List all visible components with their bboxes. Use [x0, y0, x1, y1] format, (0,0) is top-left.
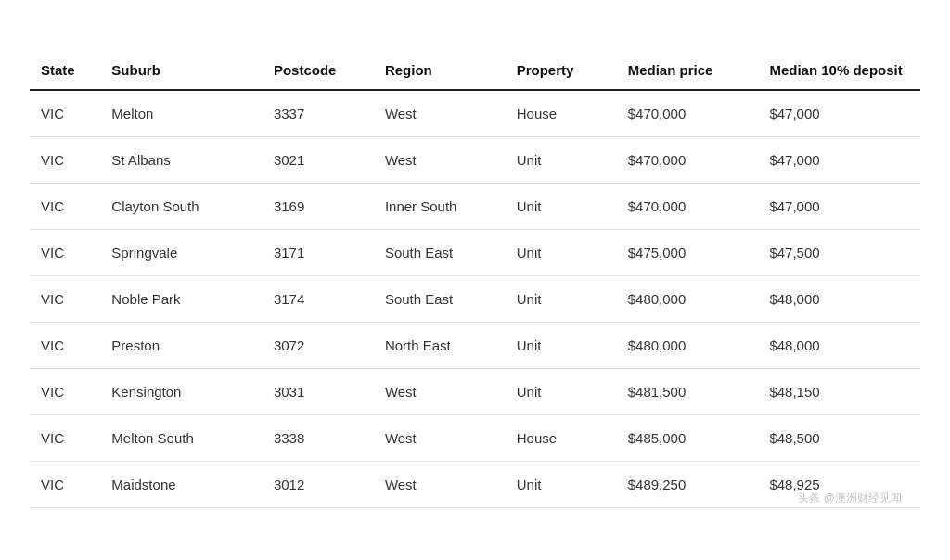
cell-median-price: $481,500	[617, 368, 759, 414]
table-header-state: State	[30, 53, 100, 90]
cell-postcode: 3031	[263, 368, 374, 414]
cell-postcode: 3012	[263, 461, 374, 507]
cell-deposit: $48,150	[758, 368, 920, 414]
cell-suburb: Melton South	[100, 414, 263, 461]
cell-state: VIC	[30, 322, 100, 368]
cell-postcode: 3072	[263, 322, 374, 368]
cell-region: South East	[374, 229, 506, 275]
table-header-row: StateSuburbPostcodeRegionPropertyMedian …	[30, 53, 920, 90]
cell-state: VIC	[30, 90, 100, 137]
cell-suburb: Melton	[100, 90, 263, 137]
table-container: StateSuburbPostcodeRegionPropertyMedian …	[30, 44, 920, 517]
table-body: VICMelton3337WestHouse$470,000$47,000VIC…	[30, 90, 920, 508]
table-row: VICKensington3031WestUnit$481,500$48,150	[30, 368, 920, 414]
cell-suburb: St Albans	[100, 136, 263, 183]
cell-deposit: $48,500	[758, 414, 920, 461]
cell-property: Unit	[506, 322, 617, 368]
cell-region: West	[374, 461, 506, 507]
table-row: VICMelton3337WestHouse$470,000$47,000	[30, 90, 920, 137]
cell-deposit: $48,000	[758, 322, 920, 368]
table-header-median-10%-deposit: Median 10% deposit	[758, 53, 920, 90]
cell-state: VIC	[30, 414, 100, 461]
table-row: VICNoble Park3174South EastUnit$480,000$…	[30, 275, 920, 322]
cell-postcode: 3337	[263, 90, 374, 137]
cell-state: VIC	[30, 275, 100, 322]
cell-postcode: 3171	[263, 229, 374, 275]
cell-median-price: $475,000	[617, 229, 759, 275]
cell-deposit: $47,000	[758, 136, 920, 183]
cell-region: West	[374, 368, 506, 414]
cell-median-price: $470,000	[617, 136, 759, 183]
cell-deposit: $48,000	[758, 275, 920, 322]
cell-property: Unit	[506, 136, 617, 183]
table-header-suburb: Suburb	[100, 53, 263, 90]
table-row: VICPreston3072North EastUnit$480,000$48,…	[30, 322, 920, 368]
cell-median-price: $480,000	[617, 322, 759, 368]
cell-suburb: Maidstone	[100, 461, 263, 507]
cell-region: West	[374, 136, 506, 183]
cell-suburb: Preston	[100, 322, 263, 368]
cell-suburb: Clayton South	[100, 183, 263, 229]
cell-postcode: 3174	[263, 275, 374, 322]
cell-postcode: 3338	[263, 414, 374, 461]
cell-property: Unit	[506, 183, 617, 229]
cell-postcode: 3021	[263, 136, 374, 183]
cell-state: VIC	[30, 461, 100, 507]
cell-property: Unit	[506, 229, 617, 275]
cell-state: VIC	[30, 229, 100, 275]
cell-suburb: Noble Park	[100, 275, 263, 322]
cell-property: House	[506, 90, 617, 137]
cell-region: Inner South	[374, 183, 506, 229]
cell-postcode: 3169	[263, 183, 374, 229]
table-row: VICSpringvale3171South EastUnit$475,000$…	[30, 229, 920, 275]
table-row: VICMelton South3338WestHouse$485,000$48,…	[30, 414, 920, 461]
table-header-property: Property	[506, 53, 617, 90]
table-row: VICMaidstone3012WestUnit$489,250$48,925	[30, 461, 920, 507]
cell-median-price: $489,250	[617, 461, 759, 507]
cell-region: North East	[374, 322, 506, 368]
cell-suburb: Springvale	[100, 229, 263, 275]
table-header-median-price: Median price	[617, 53, 759, 90]
cell-region: South East	[374, 275, 506, 322]
table-row: VICSt Albans3021WestUnit$470,000$47,000	[30, 136, 920, 183]
cell-median-price: $470,000	[617, 90, 759, 137]
table-row: VICClayton South3169Inner SouthUnit$470,…	[30, 183, 920, 229]
cell-state: VIC	[30, 368, 100, 414]
cell-property: Unit	[506, 368, 617, 414]
cell-deposit: $47,500	[758, 229, 920, 275]
table-header-postcode: Postcode	[263, 53, 374, 90]
data-table: StateSuburbPostcodeRegionPropertyMedian …	[30, 53, 920, 508]
cell-deposit: $47,000	[758, 183, 920, 229]
cell-median-price: $480,000	[617, 275, 759, 322]
cell-region: West	[374, 414, 506, 461]
cell-property: Unit	[506, 275, 617, 322]
cell-deposit: $47,000	[758, 90, 920, 137]
cell-region: West	[374, 90, 506, 137]
cell-property: House	[506, 414, 617, 461]
cell-state: VIC	[30, 183, 100, 229]
cell-state: VIC	[30, 136, 100, 183]
cell-suburb: Kensington	[100, 368, 263, 414]
watermark: 头条 @澳洲财经见闻	[798, 490, 902, 506]
cell-property: Unit	[506, 461, 617, 507]
cell-median-price: $470,000	[617, 183, 759, 229]
table-header-region: Region	[374, 53, 506, 90]
cell-median-price: $485,000	[617, 414, 759, 461]
